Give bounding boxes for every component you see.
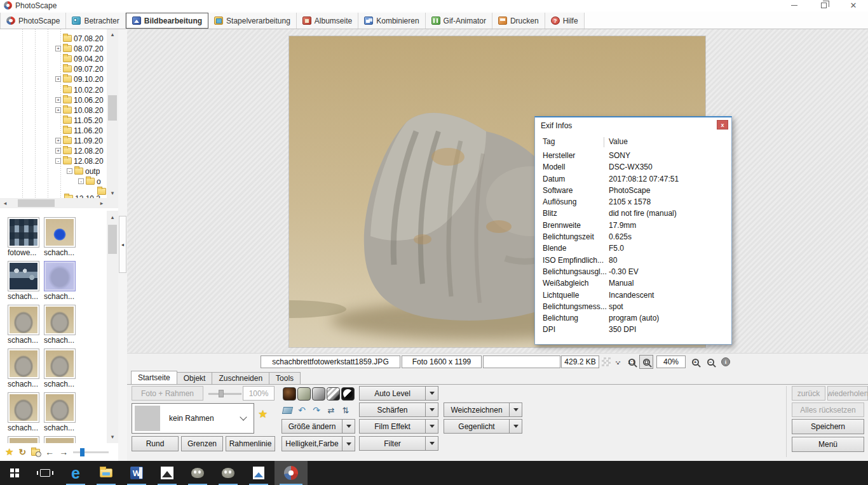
zoom-actual-size-icon[interactable]: 1:1 [627, 357, 637, 367]
tree-item[interactable]: +08.07.20 [55, 44, 104, 53]
redo-button[interactable]: wiederholen [827, 386, 868, 401]
flip-horizontal-icon[interactable]: ⇄ [325, 404, 337, 416]
tree-item[interactable]: 11.06.20 [55, 126, 103, 135]
brightness-button[interactable]: Helligkeit,Farbe [281, 436, 342, 451]
scroll-down-icon[interactable]: ▾ [107, 432, 118, 442]
tab-bildbearbeitung[interactable]: Bildbearbeitung [126, 13, 208, 29]
expander-icon[interactable]: + [55, 148, 61, 154]
backlight-button[interactable]: Gegenlicht [444, 419, 510, 434]
thumbnail[interactable]: schach... [8, 349, 39, 389]
sharpen-dropdown[interactable] [426, 402, 438, 417]
thumbnail[interactable]: schach... [8, 305, 39, 345]
thumbnail[interactable]: fotowe... [8, 217, 39, 257]
tree-vertical-scrollbar[interactable]: ▴ ▾ [107, 29, 118, 198]
scroll-down-icon[interactable]: ▾ [107, 188, 118, 198]
favorite-frame-icon[interactable]: ★ [258, 408, 268, 421]
thumbnail[interactable]: schach... [44, 305, 76, 345]
tree-item[interactable]: 09.04.20 [55, 54, 104, 63]
auto-level-button[interactable]: Auto Level [359, 386, 426, 401]
filter-button[interactable]: Filter [359, 436, 426, 451]
tree-item[interactable]: +12.08.20 [55, 146, 104, 156]
menu-button[interactable]: Menü [792, 437, 864, 452]
thumbnail[interactable] [8, 436, 39, 443]
tab-photoscape[interactable]: PhotoScape [0, 13, 66, 29]
restore-button[interactable] [814, 1, 833, 10]
scroll-up-icon[interactable]: ▴ [107, 212, 118, 222]
thumbnail-selected[interactable]: schach... [44, 261, 76, 301]
tab-stapelverarbeitung[interactable]: Stapelverarbeitung [208, 13, 297, 29]
frame-select-dropdown[interactable]: kein Rahmen [132, 403, 254, 434]
expander-icon[interactable]: + [55, 138, 61, 143]
tree-item[interactable]: -outp [67, 166, 100, 176]
tab-objekt[interactable]: Objekt [177, 372, 213, 385]
scroll-left-icon[interactable]: ◂ [0, 198, 10, 208]
open-folder-icon[interactable] [31, 449, 40, 456]
scroll-up-icon[interactable]: ▴ [107, 29, 118, 39]
brightness-dropdown[interactable] [342, 436, 355, 451]
tree-item[interactable]: +09.10.20 [55, 74, 104, 84]
transparency-checker-icon[interactable] [601, 357, 611, 367]
tree-item[interactable]: -12.08.20 [55, 156, 104, 166]
rahmenlinie-button[interactable]: Rahmenlinie [226, 436, 275, 451]
rund-button[interactable]: Rund [132, 436, 179, 451]
favorite-icon[interactable]: ★ [5, 446, 13, 458]
photoscape-taskbar-button[interactable] [275, 461, 308, 485]
tab-albumseite[interactable]: Albumseite [297, 13, 358, 29]
thumbnail[interactable]: schach... [8, 392, 39, 432]
resize-button[interactable]: Größe ändern [281, 419, 342, 434]
forward-icon[interactable]: → [59, 447, 68, 457]
back-icon[interactable]: ← [45, 447, 54, 457]
expander-icon[interactable]: - [67, 168, 72, 174]
flip-vertical-icon[interactable]: ⇅ [340, 404, 351, 416]
tab-betrachter[interactable]: Betrachter [66, 13, 125, 29]
photos-taskbar-button[interactable] [153, 461, 182, 485]
scrollbar-thumb[interactable] [108, 95, 117, 121]
thumbnail[interactable] [44, 436, 76, 443]
tree-item[interactable]: +10.06.20 [55, 95, 104, 105]
gimp-taskbar-button[interactable] [183, 461, 212, 485]
collapse-panel-button[interactable]: ◂ [119, 216, 126, 273]
thumbnail-size-slider[interactable] [73, 448, 109, 456]
save-button[interactable]: Speichern [792, 419, 864, 434]
tree-item[interactable]: 11.05.20 [55, 116, 103, 125]
expander-icon[interactable]: + [55, 97, 61, 103]
grenzen-button[interactable]: Grenzen [181, 436, 223, 451]
thumbnail[interactable]: schach... [44, 217, 76, 257]
fit-window-icon[interactable]: ↔↔ [613, 357, 623, 367]
auto-level-dropdown[interactable] [426, 386, 438, 401]
tab-startseite[interactable]: Startseite [131, 371, 177, 385]
refresh-icon[interactable]: ↻ [18, 447, 26, 457]
start-button[interactable] [0, 461, 29, 485]
filter-dropdown[interactable] [426, 436, 438, 451]
tab-kombinieren[interactable]: Kombinieren [358, 13, 425, 29]
tree-item[interactable]: +10.08.20 [55, 105, 104, 115]
task-view-button[interactable] [31, 461, 60, 485]
backlight-dropdown[interactable] [510, 419, 522, 434]
free-rotate-icon[interactable] [281, 404, 293, 416]
thumbnail[interactable]: schach... [44, 392, 76, 432]
panel-splitter[interactable]: ◂ [118, 29, 127, 461]
thumbnail[interactable]: schach... [8, 261, 39, 301]
edge-taskbar-button[interactable]: e [61, 461, 90, 485]
vignette-preset-2[interactable] [297, 387, 311, 401]
tab-drucken[interactable]: Drucken [492, 13, 545, 29]
frame-opacity-slider[interactable] [208, 389, 241, 398]
soften-dropdown[interactable] [510, 402, 522, 417]
zoom-in-icon[interactable]: + [690, 357, 700, 367]
vignette-preset-3[interactable] [312, 387, 325, 401]
zoom-out-icon[interactable]: − [705, 357, 715, 367]
vignette-preset-5[interactable] [341, 387, 355, 401]
tab-zuschneiden[interactable]: Zuschneiden [212, 372, 269, 385]
thumbnail[interactable]: schach... [44, 349, 76, 389]
vignette-preset-4[interactable] [327, 387, 340, 401]
rotate-left-icon[interactable]: ↶ [296, 404, 308, 416]
expander-icon[interactable]: + [55, 107, 61, 113]
scrollbar-thumb[interactable] [18, 199, 55, 207]
tree-item[interactable]: +11.09.20 [55, 136, 103, 145]
zoom-fit-icon[interactable] [639, 355, 653, 369]
tab-gif-animator[interactable]: Gif-Animator [426, 13, 492, 29]
tab-tools[interactable]: Tools [269, 372, 301, 385]
dialog-close-button[interactable]: x [717, 120, 728, 130]
tree-item[interactable]: 12.10.2 [64, 194, 100, 198]
tree-item[interactable]: 07.08.20 [55, 34, 104, 43]
